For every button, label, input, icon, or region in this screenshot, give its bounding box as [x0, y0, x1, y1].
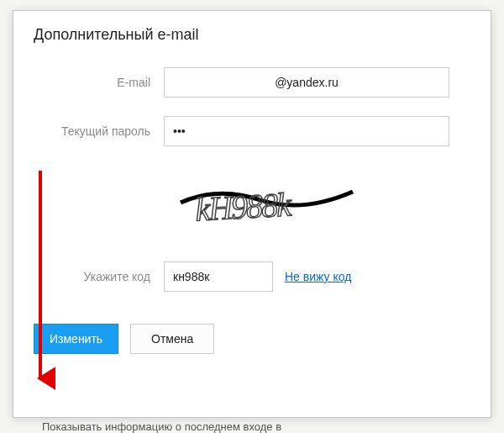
additional-email-modal: Дополнительный e-mail E-mail Текущий пар…: [13, 10, 491, 418]
captcha-image: kH988k: [176, 165, 357, 236]
captcha-code-input[interactable]: [164, 261, 273, 292]
password-input[interactable]: [164, 116, 449, 146]
cancel-button[interactable]: Отмена: [130, 324, 214, 354]
code-label: Укажите код: [34, 270, 164, 283]
captcha-row: kH988k: [34, 165, 470, 236]
email-row: E-mail: [34, 67, 470, 98]
password-row: Текущий пароль: [34, 116, 470, 146]
buttons-row: Изменить Отмена: [34, 324, 470, 354]
password-label: Текущий пароль: [34, 124, 164, 138]
svg-text:kH988k: kH988k: [194, 185, 293, 228]
background-partial-text: Показывать информацию о последнем входе …: [42, 420, 496, 433]
modal-title: Дополнительный e-mail: [34, 26, 470, 44]
email-label: E-mail: [34, 76, 164, 89]
submit-button[interactable]: Изменить: [34, 324, 118, 354]
refresh-captcha-link[interactable]: Не вижу код: [285, 270, 351, 283]
code-row: Укажите код Не вижу код: [34, 261, 470, 292]
email-input[interactable]: [164, 67, 449, 98]
